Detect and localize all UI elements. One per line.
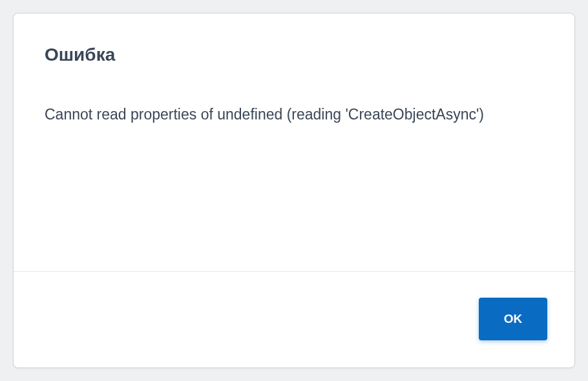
dialog-message: Cannot read properties of undefined (rea… — [45, 104, 543, 125]
ok-button[interactable]: OK — [479, 298, 547, 340]
error-dialog: Ошибка Cannot read properties of undefin… — [13, 13, 575, 368]
dialog-footer: OK — [14, 272, 574, 367]
dialog-content: Ошибка Cannot read properties of undefin… — [14, 14, 574, 272]
dialog-title: Ошибка — [45, 45, 543, 65]
